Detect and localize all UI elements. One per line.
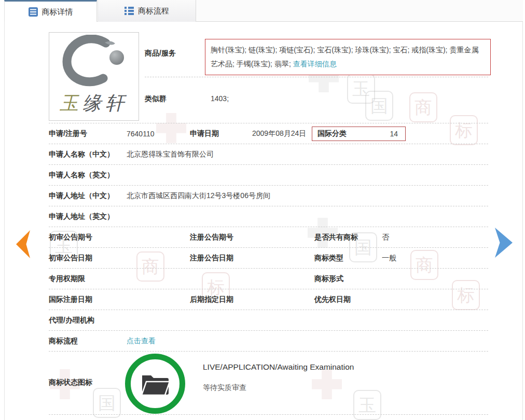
priority-date-label: 优先权日期 — [314, 295, 382, 304]
later-designation-date-label: 后期指定日期 — [190, 295, 314, 304]
trademark-type-value: 一般 — [382, 254, 396, 263]
row-applicant-address-en: 申请人地址（英文） — [49, 206, 488, 227]
applicant-name-cn-label: 申请人名称（中文） — [49, 150, 127, 159]
goods-services-value: 胸针(珠宝); 链(珠宝); 项链(宝石); 宝石(珠宝); 珍珠(珠宝); 宝… — [211, 46, 478, 68]
similar-group-label: 类似群 — [145, 94, 167, 104]
trademark-process-label: 商标流程 — [49, 337, 127, 346]
row-gazette-dates: 初审公告日期 注册公告日期 商标类型 一般 — [49, 248, 488, 269]
row-gazette-numbers: 初审公告期号 注册公告期号 是否共有商标 否 — [49, 227, 488, 248]
row-applicant-name-en: 申请人名称（英文） — [49, 165, 488, 186]
row-international-dates: 国际注册日期 后期指定日期 优先权日期 — [49, 289, 488, 310]
status-text-en: LIVE/APPLICATION/Awaiting Examination — [203, 362, 354, 372]
agency-label: 代理/办理机构 — [49, 316, 127, 325]
international-class-box: 国际分类 14 — [312, 127, 406, 141]
tab-bar: 商标详情 商标流程 — [4, 0, 523, 22]
row-agency: 代理/办理机构 — [49, 310, 488, 331]
application-number-label: 申请/注册号 — [49, 129, 127, 138]
row-applicant-name-cn: 申请人名称（中文） 北京恩得珠宝首饰有限公司 — [49, 144, 488, 165]
applicant-name-cn-value: 北京恩得珠宝首饰有限公司 — [127, 150, 214, 159]
view-details-link[interactable]: 查看详细信息 — [293, 60, 337, 68]
application-number-value: 7640110 — [127, 130, 190, 138]
applicant-address-en-label: 申请人地址（英文） — [49, 212, 127, 221]
exclusive-term-label: 专用权期限 — [49, 274, 314, 284]
click-to-view-link[interactable]: 点击查看 — [127, 337, 156, 346]
field-rows: 申请/注册号 7640110 申请日期 2009年08月24日 国际分类 14 … — [49, 123, 488, 352]
trademark-image: 玉缘轩 — [49, 32, 139, 121]
row-application-number: 申请/注册号 7640110 申请日期 2009年08月24日 国际分类 14 — [49, 123, 488, 144]
reg-gazette-no-label: 注册公告期号 — [190, 233, 314, 242]
trademark-logo-dragon-icon — [56, 35, 133, 87]
detail-panel: 玉 国 商 标 玉 商 标 国 商 标 国 玉 — [4, 22, 523, 420]
is-shared-label: 是否共有商标 — [314, 233, 382, 242]
applicant-name-en-label: 申请人名称（英文） — [49, 171, 127, 180]
intl-reg-date-label: 国际注册日期 — [49, 295, 190, 304]
goods-services-value-box: 胸针(珠宝); 链(珠宝); 项链(宝石); 宝石(珠宝); 珍珠(珠宝); 宝… — [205, 39, 491, 75]
international-class-label: 国际分类 — [317, 129, 347, 138]
tab-trademark-process-label: 商标流程 — [138, 6, 169, 16]
tab-trademark-detail[interactable]: 商标详情 — [4, 0, 97, 22]
trademark-type-label: 商标类型 — [314, 254, 382, 263]
row-exclusive-term: 专用权期限 商标形式 — [49, 269, 488, 289]
status-section: 商标状态图标 LIVE/APPLICATION/Awaiting Examina… — [49, 351, 488, 415]
list-document-icon — [29, 7, 38, 17]
application-date-value: 2009年08月24日 — [252, 129, 312, 138]
status-text-cn: 等待实质审查 — [203, 383, 246, 393]
tab-trademark-process[interactable]: 商标流程 — [98, 0, 196, 22]
reg-gazette-date-label: 注册公告日期 — [190, 254, 314, 263]
status-folder-icon — [125, 354, 185, 414]
prelim-gazette-no-label: 初审公告期号 — [49, 233, 190, 242]
bulleted-list-icon — [125, 7, 134, 15]
prelim-gazette-date-label: 初审公告日期 — [49, 254, 190, 263]
status-icon-label: 商标状态图标 — [49, 378, 92, 387]
open-folder-icon — [139, 371, 172, 397]
is-shared-value: 否 — [382, 233, 389, 242]
row-trademark-process: 商标流程 点击查看 — [49, 331, 488, 352]
divider — [145, 77, 488, 77]
row-applicant-address-cn: 申请人地址（中文） 北京市西城区西四南大街12号3号楼06号房间 — [49, 186, 488, 206]
applicant-address-cn-label: 申请人地址（中文） — [49, 191, 127, 201]
trademark-detail-page: 商标详情 商标流程 玉 国 商 标 玉 商 标 国 商 标 国 玉 — [0, 0, 525, 420]
application-date-label: 申请日期 — [190, 129, 252, 138]
goods-services-label: 商品/服务 — [145, 49, 176, 58]
similar-group-value: 1403; — [211, 94, 229, 103]
applicant-address-cn-value: 北京市西城区西四南大街12号3号楼06号房间 — [127, 191, 270, 201]
international-class-value: 14 — [390, 130, 398, 138]
tab-trademark-detail-label: 商标详情 — [42, 7, 73, 17]
trademark-form-label: 商标形式 — [314, 274, 382, 284]
trademark-name-text: 玉缘轩 — [49, 91, 139, 116]
